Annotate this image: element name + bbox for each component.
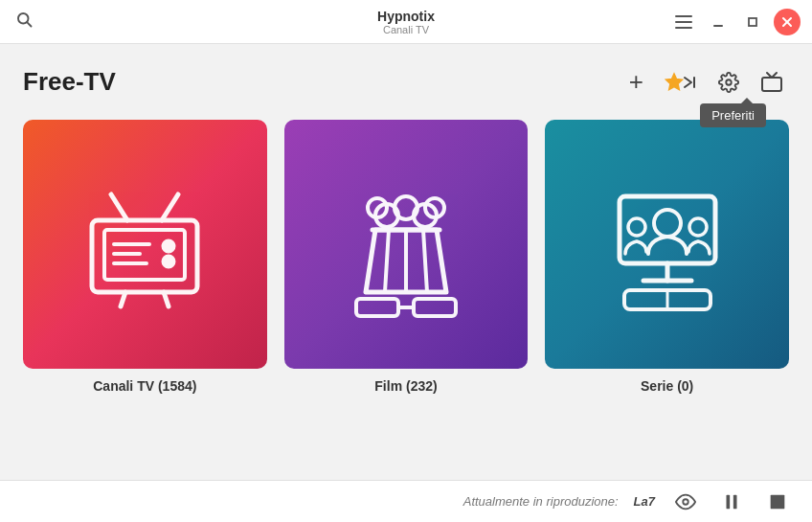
film-card-icon [329, 168, 483, 321]
restore-icon [747, 16, 758, 28]
now-playing-label: Attualmente in riproduzione: [463, 494, 619, 509]
svg-rect-31 [414, 299, 456, 316]
header-row: Free-TV + [23, 63, 789, 101]
stop-button[interactable] [762, 488, 793, 515]
svg-rect-33 [620, 196, 715, 263]
titlebar-center: Hypnotix Canali TV [377, 9, 435, 35]
svg-line-13 [162, 194, 178, 220]
svg-point-17 [164, 241, 173, 251]
pause-button[interactable] [716, 488, 747, 515]
tv-card-icon [68, 168, 221, 321]
svg-line-1 [27, 22, 31, 26]
card-serie[interactable] [545, 120, 789, 369]
app-subtitle: Canali TV [383, 24, 429, 35]
svg-line-22 [385, 230, 389, 292]
minimize-button[interactable] [705, 9, 732, 35]
svg-line-12 [111, 194, 127, 220]
favorites-icon [665, 71, 697, 94]
card-film[interactable] [284, 120, 529, 369]
card-wrapper-canali-tv: Canali TV (1584) [23, 120, 267, 394]
svg-marker-6 [666, 74, 683, 90]
now-playing-value: La7 [634, 494, 655, 509]
eye-button[interactable] [670, 488, 701, 515]
menu-button[interactable] [670, 9, 697, 35]
svg-point-35 [628, 218, 645, 236]
settings-button[interactable] [712, 68, 745, 97]
svg-point-8 [726, 79, 732, 85]
card-label-serie: Serie (0) [641, 378, 693, 394]
serie-card-icon [591, 168, 744, 321]
svg-rect-3 [749, 18, 756, 26]
bottombar: Attualmente in riproduzione: La7 [0, 480, 812, 522]
card-canali-tv[interactable] [23, 120, 267, 369]
svg-point-34 [654, 210, 681, 237]
card-label-film: Film (232) [374, 378, 437, 394]
restore-button[interactable] [739, 9, 766, 35]
titlebar: Hypnotix Canali TV [0, 0, 812, 44]
toolbar: + [623, 63, 789, 101]
card-wrapper-film: Film (232) [284, 120, 529, 394]
tv-button[interactable] [755, 67, 789, 98]
svg-rect-44 [771, 494, 785, 509]
tv-icon [760, 71, 783, 94]
svg-rect-42 [727, 494, 731, 509]
main-content: Free-TV + [0, 44, 812, 413]
svg-rect-9 [762, 78, 781, 91]
hamburger-icon [675, 15, 692, 29]
eye-icon [675, 491, 696, 512]
svg-rect-30 [356, 299, 398, 316]
search-button[interactable] [11, 7, 36, 36]
svg-point-41 [683, 499, 688, 505]
cards-grid: Canali TV (1584) [23, 120, 789, 394]
app-title: Hypnotix [377, 9, 435, 24]
svg-line-23 [423, 230, 427, 292]
svg-point-18 [164, 257, 173, 266]
close-button[interactable] [774, 9, 801, 35]
stop-icon [767, 491, 788, 512]
titlebar-left [11, 7, 36, 36]
close-icon [781, 16, 793, 28]
page-title: Free-TV [23, 67, 116, 97]
svg-point-36 [689, 218, 707, 236]
minimize-icon [712, 16, 724, 28]
titlebar-right [670, 9, 801, 35]
add-button[interactable]: + [623, 63, 649, 101]
favorites-button[interactable] [659, 67, 703, 98]
pause-icon [721, 491, 742, 512]
svg-rect-43 [733, 494, 737, 509]
card-wrapper-serie: Serie (0) [545, 120, 789, 394]
card-label-canali-tv: Canali TV (1584) [93, 378, 196, 394]
settings-icon [718, 72, 739, 93]
